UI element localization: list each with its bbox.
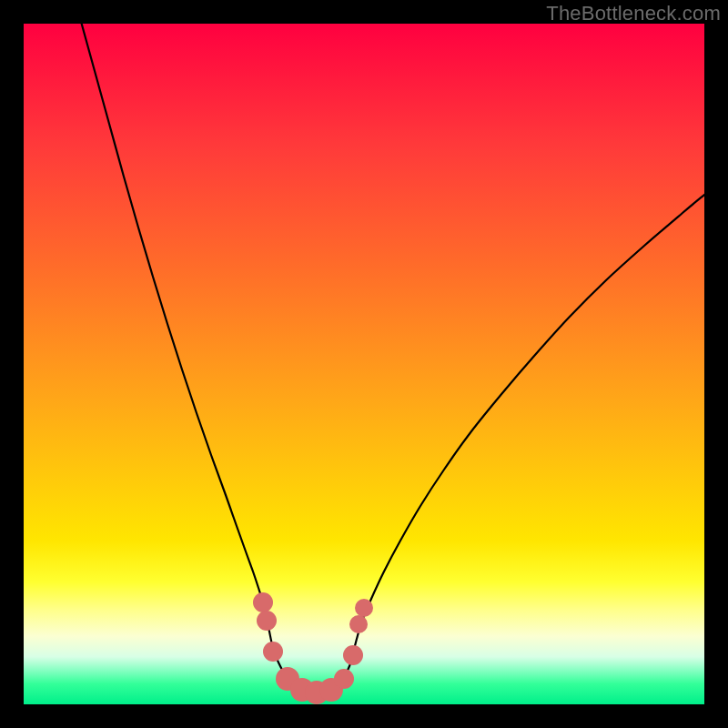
chart-area (24, 24, 704, 704)
marker-dot (349, 615, 368, 633)
marker-dot (253, 592, 273, 612)
marker-dots (253, 592, 373, 704)
curve-svg (24, 24, 704, 704)
watermark-text: TheBottleneck.com (546, 2, 721, 25)
marker-dot (343, 645, 363, 665)
marker-dot (355, 599, 373, 617)
marker-dot (263, 642, 283, 662)
curve-left (80, 24, 317, 693)
marker-dot (334, 669, 354, 689)
curve-right (317, 195, 704, 693)
marker-dot (257, 611, 277, 631)
